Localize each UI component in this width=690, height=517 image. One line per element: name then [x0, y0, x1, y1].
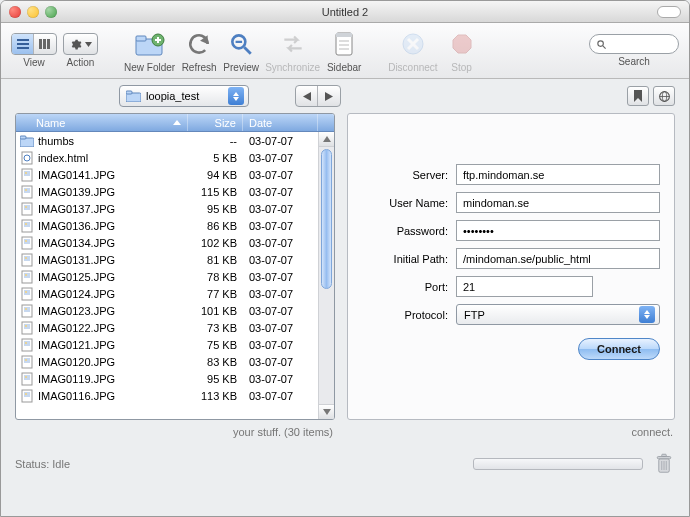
table-row[interactable]: thumbs--03-07-07 [16, 132, 318, 149]
action-label: Action [67, 57, 95, 68]
table-row[interactable]: IMAG0123.JPG101 KB03-07-07 [16, 302, 318, 319]
column-name[interactable]: Name [16, 114, 188, 131]
svg-point-63 [25, 291, 27, 293]
svg-point-42 [25, 172, 27, 174]
file-size: 83 KB [188, 356, 243, 368]
protocol-select[interactable]: FTP [456, 304, 660, 325]
column-view-icon[interactable] [34, 34, 56, 54]
svg-rect-56 [24, 256, 30, 261]
svg-rect-50 [24, 222, 30, 227]
table-row[interactable]: IMAG0124.JPG77 KB03-07-07 [16, 285, 318, 302]
table-row[interactable]: IMAG0125.JPG78 KB03-07-07 [16, 268, 318, 285]
sidebar-button[interactable] [326, 28, 362, 60]
item-count: your stuff. (30 items) [15, 420, 335, 438]
server-field[interactable] [456, 164, 660, 185]
table-row[interactable]: IMAG0139.JPG115 KB03-07-07 [16, 183, 318, 200]
file-size: 101 KB [188, 305, 243, 317]
table-row[interactable]: IMAG0136.JPG86 KB03-07-07 [16, 217, 318, 234]
search-input[interactable] [611, 38, 671, 50]
svg-marker-29 [303, 92, 311, 101]
new-folder-button[interactable] [132, 28, 168, 60]
search-label: Search [618, 56, 650, 67]
svg-rect-5 [47, 39, 50, 49]
forward-button[interactable] [318, 86, 340, 106]
svg-point-48 [25, 206, 27, 208]
svg-rect-77 [24, 375, 30, 380]
trash-button[interactable] [653, 452, 675, 476]
table-row[interactable]: IMAG0116.JPG113 KB03-07-07 [16, 387, 318, 404]
protocol-label: Protocol: [362, 309, 448, 321]
table-row[interactable]: IMAG0137.JPG95 KB03-07-07 [16, 200, 318, 217]
file-date: 03-07-07 [243, 237, 318, 249]
svg-point-78 [25, 376, 27, 378]
view-label: View [23, 57, 45, 68]
file-name: IMAG0123.JPG [38, 305, 115, 317]
svg-rect-71 [24, 341, 30, 346]
preview-button[interactable] [223, 28, 259, 60]
column-size[interactable]: Size [188, 114, 243, 131]
list-view-icon[interactable] [12, 34, 34, 54]
connect-hint: connect. [347, 420, 675, 438]
table-header[interactable]: Name Size Date [16, 114, 334, 132]
main-area: Name Size Date thumbs--03-07-07index.htm… [1, 113, 689, 444]
table-row[interactable]: IMAG0131.JPG81 KB03-07-07 [16, 251, 318, 268]
file-size: 94 KB [188, 169, 243, 181]
refresh-button[interactable] [181, 28, 217, 60]
column-date[interactable]: Date [243, 114, 318, 131]
file-size: 75 KB [188, 339, 243, 351]
view-mode-segment[interactable] [11, 33, 57, 55]
action-menu[interactable] [63, 33, 98, 55]
scrollbar-thumb[interactable] [321, 149, 332, 289]
connect-button[interactable]: Connect [578, 338, 660, 360]
file-name: IMAG0136.JPG [38, 220, 115, 232]
file-name: IMAG0120.JPG [38, 356, 115, 368]
file-date: 03-07-07 [243, 186, 318, 198]
svg-line-26 [603, 45, 606, 48]
table-row[interactable]: IMAG0121.JPG75 KB03-07-07 [16, 336, 318, 353]
image-icon [20, 389, 34, 403]
file-size: 86 KB [188, 220, 243, 232]
back-button[interactable] [296, 86, 318, 106]
status-bar: Status: Idle [1, 444, 689, 482]
svg-rect-68 [24, 324, 30, 329]
svg-rect-44 [24, 188, 30, 193]
table-row[interactable]: IMAG0122.JPG73 KB03-07-07 [16, 319, 318, 336]
svg-marker-82 [323, 136, 331, 142]
table-row[interactable]: IMAG0120.JPG83 KB03-07-07 [16, 353, 318, 370]
password-field[interactable] [456, 220, 660, 241]
svg-rect-59 [24, 273, 30, 278]
svg-rect-80 [24, 392, 30, 397]
password-label: Password: [362, 225, 448, 237]
file-date: 03-07-07 [243, 152, 318, 164]
svg-point-60 [25, 274, 27, 276]
port-field[interactable] [456, 276, 593, 297]
file-name: IMAG0116.JPG [38, 390, 115, 402]
refresh-label: Refresh [182, 62, 217, 73]
history-nav[interactable] [295, 85, 341, 107]
bookmark-button[interactable] [627, 86, 649, 106]
svg-rect-62 [24, 290, 30, 295]
table-row[interactable]: IMAG0119.JPG95 KB03-07-07 [16, 370, 318, 387]
search-field[interactable] [589, 34, 679, 54]
initial-path-field[interactable] [456, 248, 660, 269]
image-icon [20, 270, 34, 284]
username-field[interactable] [456, 192, 660, 213]
globe-button[interactable] [653, 86, 675, 106]
svg-rect-53 [24, 239, 30, 244]
image-icon [20, 355, 34, 369]
file-name: index.html [38, 152, 88, 164]
file-size: 113 KB [188, 390, 243, 402]
table-row[interactable]: IMAG0141.JPG94 KB03-07-07 [16, 166, 318, 183]
new-folder-label: New Folder [124, 62, 175, 73]
file-date: 03-07-07 [243, 169, 318, 181]
folder-popup[interactable]: loopia_test [119, 85, 249, 107]
gear-icon [69, 38, 82, 51]
scroll-up-icon[interactable] [319, 132, 334, 147]
table-row[interactable]: index.html5 KB03-07-07 [16, 149, 318, 166]
progress-bar [473, 458, 643, 470]
file-size: 95 KB [188, 373, 243, 385]
table-row[interactable]: IMAG0134.JPG102 KB03-07-07 [16, 234, 318, 251]
window-title: Untitled 2 [1, 6, 689, 18]
vertical-scrollbar[interactable] [318, 132, 334, 419]
scroll-down-icon[interactable] [319, 404, 334, 419]
